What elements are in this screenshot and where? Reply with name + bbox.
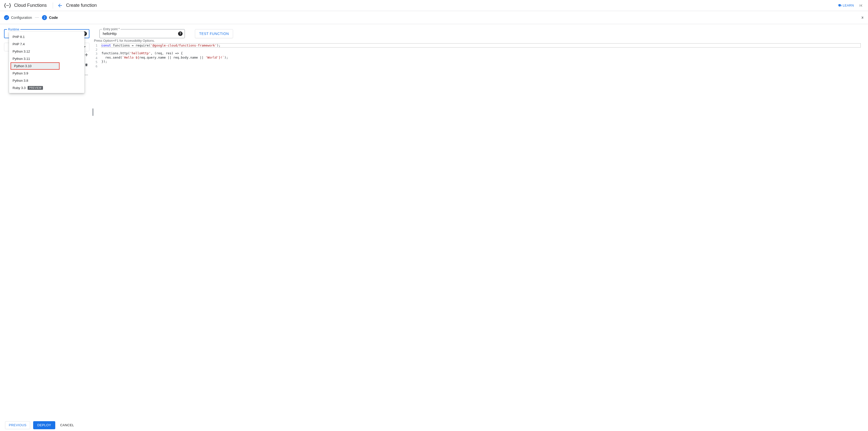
entry-point-value[interactable]: helloHttp [103,32,117,36]
main-content: Runtime ? PHP 8.1PHP 7.4Python 3.12Pytho… [0,24,868,419]
editor-accessibility-hint: Press Option+F1 for Accessibility Option… [94,39,861,42]
svg-point-3 [85,75,85,75]
step-number-badge: 2 [42,15,47,20]
stepper: Configuration 2 Code [0,11,868,24]
code-line [101,47,861,52]
code-line: res.send(`Hello ${req.query.name || req.… [101,56,861,60]
editor-gutter: 123456 [94,44,101,68]
help-icon[interactable]: ? [178,31,183,36]
step-code-label: Code [49,16,58,20]
cloud-functions-logo-icon [4,2,11,9]
open-right-panel-icon[interactable] [859,15,865,21]
learn-button[interactable]: LEARN [838,3,854,7]
back-arrow-icon[interactable] [57,2,63,8]
test-function-label: TEST FUNCTION [199,32,229,36]
runtime-option[interactable]: Python 3.11 [9,55,84,62]
line-number: 2 [94,48,97,52]
line-number: 3 [94,52,97,56]
code-editor[interactable]: Press Option+F1 for Accessibility Option… [94,39,861,419]
runtime-option-label: PHP 7.4 [12,42,25,46]
runtime-option-label: Python 3.12 [12,50,30,53]
code-area[interactable]: const functions = require('@google-cloud… [101,44,861,68]
step-separator [35,17,39,18]
code-line: }); [101,60,861,64]
top-bar: Cloud Functions Create function LEARN [0,0,868,11]
runtime-option[interactable]: PHP 7.4 [9,40,84,48]
step-configuration[interactable]: Configuration [4,15,32,20]
entry-point-field[interactable]: Entry point * helloHttp ? [99,29,185,38]
entry-point-label: Entry point * [102,27,121,31]
code-line: const functions = require('@google-cloud… [101,43,861,48]
runtime-dropdown-menu[interactable]: PHP 8.1PHP 7.4Python 3.12Python 3.11Pyth… [9,32,84,93]
step-code[interactable]: 2 Code [42,15,58,20]
code-line: functions.http('helloHttp', (req, res) =… [101,51,861,56]
page-title: Create function [66,3,97,8]
svg-point-2 [8,5,9,6]
runtime-option-label: Python 3.10 [14,64,31,68]
step-configuration-label: Configuration [11,16,32,20]
runtime-option-label: Python 3.9 [12,71,28,75]
runtime-option-label: PHP 8.1 [12,35,25,39]
svg-point-1 [7,5,8,6]
runtime-option[interactable]: Ruby 3.3PREVIEW [9,84,84,91]
code-line [101,64,861,68]
split-drag-handle[interactable] [92,108,93,116]
runtime-option-label: Ruby 3.3 [12,86,26,90]
collapse-left-panel-icon[interactable] [858,2,864,8]
runtime-option[interactable]: Python 3.10 [10,62,60,70]
preview-badge: PREVIEW [28,86,43,90]
step-done-icon [4,15,9,20]
runtime-option[interactable]: Python 3.8 [9,77,84,84]
line-number: 5 [94,60,97,64]
svg-point-0 [6,5,7,6]
line-number: 4 [94,56,97,60]
runtime-option[interactable]: PHP 8.1 [9,33,84,40]
line-number: 6 [94,64,97,69]
test-function-button[interactable]: TEST FUNCTION [195,29,233,38]
graduation-cap-icon [838,3,842,7]
runtime-field[interactable]: Runtime ? PHP 8.1PHP 7.4Python 3.12Pytho… [4,29,89,38]
runtime-label: Runtime [7,28,20,31]
learn-label: LEARN [843,3,854,7]
runtime-option[interactable]: Python 3.9 [9,70,84,77]
runtime-option-label: Python 3.11 [12,57,30,61]
runtime-option[interactable]: Python 3.12 [9,48,84,55]
runtime-option-label: Python 3.8 [12,79,28,83]
line-number: 1 [94,44,97,48]
svg-point-4 [86,75,87,75]
svg-point-5 [87,75,88,75]
section-title: Cloud Functions [14,3,52,8]
